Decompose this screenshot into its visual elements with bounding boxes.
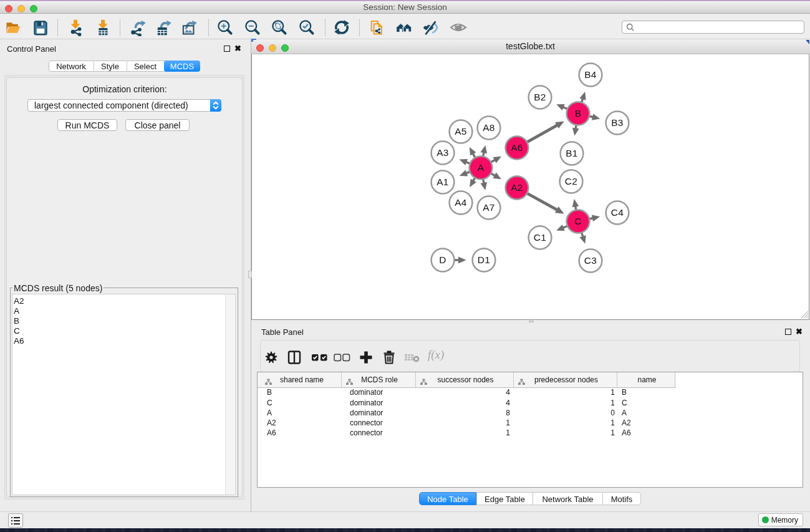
svg-text:C: C <box>574 216 582 226</box>
svg-text:A5: A5 <box>455 126 467 137</box>
svg-text:C4: C4 <box>611 207 624 218</box>
svg-text:B1: B1 <box>566 148 578 158</box>
svg-text:A6: A6 <box>511 142 523 153</box>
svg-text:B3: B3 <box>611 117 624 128</box>
svg-text:C2: C2 <box>565 176 577 186</box>
svg-text:A3: A3 <box>436 147 449 158</box>
svg-text:C3: C3 <box>584 255 597 266</box>
svg-text:B4: B4 <box>584 69 597 80</box>
svg-text:A: A <box>478 162 485 173</box>
svg-text:B2: B2 <box>534 92 546 102</box>
svg-text:A7: A7 <box>483 202 495 213</box>
svg-text:A2: A2 <box>511 182 523 193</box>
svg-text:A1: A1 <box>436 177 449 187</box>
svg-text:B: B <box>575 108 582 118</box>
svg-text:D: D <box>439 254 446 265</box>
svg-text:A4: A4 <box>455 197 467 208</box>
svg-text:C1: C1 <box>534 232 546 243</box>
svg-text:A8: A8 <box>483 122 495 133</box>
svg-text:D1: D1 <box>478 254 490 265</box>
